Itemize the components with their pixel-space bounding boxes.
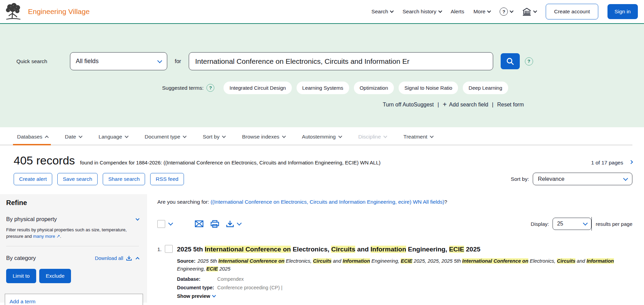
results-main: Are you searching for: ((International C… — [147, 194, 644, 303]
filter-tabs: DatabasesDateLanguageDocument typeSort b… — [0, 130, 632, 145]
suggested-term-chip[interactable]: Learning Systems — [297, 82, 349, 94]
search-button[interactable] — [501, 53, 520, 69]
search-input[interactable] — [189, 52, 493, 70]
action-button[interactable]: Save search — [57, 173, 98, 185]
nav-item[interactable]: Search history — [402, 9, 441, 15]
facet-category[interactable]: By category Download all — [6, 255, 139, 261]
elsevier-tree-logo — [4, 2, 23, 21]
sort-by-selector[interactable]: Relevance — [533, 173, 632, 185]
pagination-label: 1 of 17 pages — [591, 160, 623, 166]
quick-search-panel: Quick search All fields for ? Suggested … — [0, 24, 644, 127]
nav-item[interactable]: Search — [371, 9, 393, 15]
sort-by-value: Relevance — [538, 176, 564, 182]
download-icon — [226, 220, 234, 227]
chevron-down-icon — [222, 134, 226, 138]
email-button[interactable] — [195, 220, 203, 227]
filter-tab[interactable]: Databases — [16, 130, 49, 145]
suggested-term-chip[interactable]: Signal to Noise Ratio — [399, 82, 458, 94]
header-nav: SearchSearch historyAlertsMore ? Create … — [371, 4, 638, 19]
filter-tab[interactable]: Language — [98, 130, 129, 145]
results-per-page-selector[interactable]: 25 — [553, 218, 591, 230]
result-title[interactable]: 2025 5th International Conference on Ele… — [177, 245, 632, 254]
chevron-down-icon — [623, 176, 628, 180]
filter-tab[interactable]: Treatment — [403, 130, 434, 145]
separator: | — [492, 102, 493, 108]
select-all-checkbox[interactable] — [157, 220, 165, 228]
chevron-down-icon — [78, 134, 82, 138]
filter-tab[interactable]: Discipline — [358, 130, 387, 145]
field-selector-value: All fields — [76, 58, 99, 65]
chevron-down-icon — [487, 9, 491, 13]
chevron-down-icon — [282, 134, 286, 138]
records-found-description: found in Compendex for 1884-2026: ((Inte… — [80, 160, 381, 165]
show-preview-button[interactable]: Show preview — [177, 293, 215, 299]
brand[interactable]: Engineering Village — [4, 2, 90, 21]
printer-icon — [211, 220, 219, 228]
results-toolbar: Display: 25 results per page — [157, 217, 632, 231]
sort-by-label: Sort by: — [511, 176, 529, 182]
results-per-page-label: results per page — [596, 221, 632, 227]
chevron-right-icon — [629, 160, 633, 164]
limit-to-button[interactable]: Limit to — [6, 269, 36, 283]
suggested-term-chip[interactable]: Optimization — [354, 82, 394, 94]
action-buttons: Create alertSave searchShare searchRSS f… — [14, 173, 184, 185]
results-per-page-value: 25 — [557, 221, 563, 227]
result-checkbox[interactable] — [165, 245, 173, 253]
action-button[interactable]: Share search — [103, 173, 145, 185]
suggested-term-chip[interactable]: Deep Learning — [463, 82, 508, 94]
top-header: Engineering Village SearchSearch history… — [0, 0, 644, 24]
chevron-down-icon — [237, 221, 242, 226]
action-button[interactable]: RSS feed — [150, 173, 184, 185]
chevron-down-icon — [135, 217, 139, 220]
pagination[interactable]: 1 of 17 pages — [591, 160, 632, 166]
filter-tab[interactable]: Sort by — [202, 130, 226, 145]
searching-for-query-link[interactable]: ((International Conference on Electronic… — [211, 199, 444, 205]
many-more-link[interactable]: many more ↗ — [33, 234, 60, 239]
chevron-down-icon[interactable] — [168, 221, 173, 226]
filter-tab[interactable]: Autostemming — [301, 130, 342, 145]
action-button[interactable]: Create alert — [14, 173, 52, 185]
suggested-terms-help-icon[interactable]: ? — [206, 84, 214, 92]
chevron-down-icon — [510, 9, 514, 13]
for-label: for — [175, 58, 181, 64]
chevron-down-icon — [183, 134, 186, 138]
brand-title: Engineering Village — [28, 8, 90, 16]
add-search-field-link[interactable]: + Add search field — [443, 101, 488, 108]
print-button[interactable] — [211, 220, 219, 228]
chevron-up-icon — [135, 257, 139, 261]
filter-tab[interactable]: Document type — [144, 130, 187, 145]
records-count: 405 records — [14, 154, 75, 167]
search-icon — [506, 57, 514, 65]
turn-off-autosuggest-link[interactable]: Turn off AutoSuggest — [383, 102, 434, 108]
help-menu-button[interactable]: ? — [500, 8, 513, 16]
facet-physical-property[interactable]: By physical property — [6, 216, 139, 222]
reset-form-link[interactable]: Reset form — [497, 102, 524, 108]
institution-icon — [522, 8, 531, 16]
search-help-icon[interactable]: ? — [525, 57, 533, 66]
quick-search-label: Quick search — [16, 58, 70, 64]
download-all-link[interactable]: Download all — [95, 256, 139, 261]
download-button[interactable] — [226, 220, 241, 227]
chevron-down-icon — [438, 9, 442, 13]
add-term-input[interactable] — [5, 294, 143, 305]
suggested-term-chip[interactable]: Integrated Circuit Design — [224, 82, 291, 94]
chevron-down-icon — [338, 134, 342, 138]
chevron-down-icon — [583, 221, 588, 226]
chevron-down-icon — [533, 9, 537, 13]
chevron-down-icon — [430, 134, 433, 138]
physical-property-description: Filter results by physical properties su… — [6, 227, 139, 239]
create-account-button[interactable]: Create account — [546, 4, 598, 19]
filter-tab[interactable]: Browse indexes — [241, 130, 286, 145]
nav-item[interactable]: Alerts — [451, 9, 464, 15]
sign-in-button[interactable]: Sign in — [607, 4, 638, 19]
chevron-down-icon — [212, 293, 216, 297]
chevron-down-icon — [383, 134, 387, 138]
suggested-term-chips: Integrated Circuit DesignLearning System… — [224, 82, 508, 94]
nav-item[interactable]: More — [473, 9, 490, 15]
results-summary: 405 records found in Compendex for 1884-… — [0, 145, 644, 167]
field-selector[interactable]: All fields — [70, 52, 167, 70]
result-source: Source:2025 5th International Conference… — [177, 257, 632, 273]
institution-menu-button[interactable] — [522, 8, 536, 16]
filter-tab[interactable]: Date — [64, 130, 83, 145]
exclude-button[interactable]: Exclude — [39, 269, 71, 283]
